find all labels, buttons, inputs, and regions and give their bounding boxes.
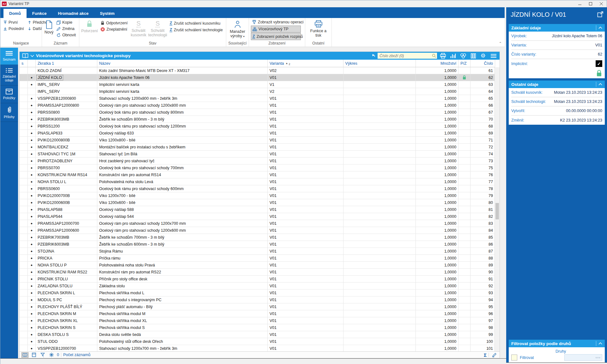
table-row[interactable]: ◆ MODUL S PC Plechový modul s integrovan… xyxy=(20,296,495,303)
production-manager-button[interactable]: Manažer výroby ▾ xyxy=(228,19,247,39)
sidebar-item-prilohy[interactable]: Přílohy xyxy=(0,103,18,122)
tab-domu[interactable]: Domů xyxy=(3,9,27,18)
settings-gear-icon[interactable] xyxy=(479,52,488,59)
tab-hromadne-akce[interactable]: Hromadné akce xyxy=(52,9,94,18)
search-input[interactable] xyxy=(378,53,437,59)
gears-icon[interactable] xyxy=(459,52,467,59)
chevron-up-icon[interactable] xyxy=(598,342,602,345)
section-header[interactable]: Ostatní údaje xyxy=(509,81,605,88)
table-row[interactable]: ◆ PLECHOVY PLÁŠŤ BÍLÝ Plechový plášť aut… xyxy=(20,303,495,310)
field-cislo-varianty[interactable]: Číslo varianty: 62 xyxy=(511,50,602,59)
cancel-tech-approval-button[interactable]: Z Zrušit schválení technologie xyxy=(168,27,224,33)
table-row[interactable]: ◆ PVIKO12000800B Víko 1200x800 - bílé V0… xyxy=(20,137,495,144)
minimize-button[interactable] xyxy=(574,0,585,7)
ribbon-collapse-chevron-icon[interactable]: ⌃ xyxy=(499,41,502,45)
sidebar-item-seznam[interactable]: Seznam xyxy=(0,48,18,65)
table-row[interactable]: ◆ PNASLAP544 Ocelový nášlap 544 V01 1,00… xyxy=(20,213,495,220)
new-button[interactable]: Nový xyxy=(44,19,54,34)
table-row[interactable]: ◆ DESKA STOLU S Deska stolu světle šedá … xyxy=(20,331,495,338)
table-row[interactable]: ◆ STAHOVACI TYC 1M Stahovací tyč 1m Bílá… xyxy=(20,151,495,158)
table-row[interactable]: ◆ PZEBRIK6003MB Žebřík ke schodům 600mm … xyxy=(20,241,495,248)
table-row[interactable]: ◆ PLECHOVA SKRIN L Plechová skříňka modu… xyxy=(20,289,495,296)
table-row[interactable]: ◆ PRAMSSJAP12000800 Ocelový rám pro stah… xyxy=(20,102,495,109)
vertical-scrollbar[interactable] xyxy=(495,67,500,352)
column-header-nazev[interactable]: Název xyxy=(97,60,268,67)
book-icon[interactable] xyxy=(22,53,28,58)
table-row[interactable]: ◆ PBRSS0800 Ocelový bok rámu pro stahova… xyxy=(20,109,495,116)
edit-pencil-icon[interactable] xyxy=(491,352,498,358)
sidebar-item-polozky[interactable]: Položky xyxy=(0,86,18,103)
functions-print-button[interactable]: Funkce a tisk xyxy=(309,19,328,38)
table-row[interactable]: ◆ PBRSS1200 Ocelový bok rámu pro stahova… xyxy=(20,123,495,130)
filter-icon[interactable] xyxy=(39,352,46,358)
section-header[interactable]: Filtrovat položky podle druhů xyxy=(509,340,605,347)
table-row[interactable]: ◆ PVIKO12000700B Víko 1200x700 - bílé V0… xyxy=(20,192,495,199)
table-row[interactable]: ◆ KONSTRUKCNI RAM RS14 Konstrukční rám p… xyxy=(20,171,495,178)
play-dropdown-icon[interactable]: ▶▾ xyxy=(373,54,376,57)
field-schvalil-kusovnik[interactable]: Schválil kusovník: Motan 23.10.2023 13:2… xyxy=(511,88,602,97)
invalidate-button[interactable]: Zneplatnění xyxy=(99,26,129,33)
table-row[interactable]: ◆ PRICNIK STOLU Příčník pro stoly office… xyxy=(20,276,495,283)
table-row[interactable]: ◆ PRAMSSJAP12000700 Ocelový rám pro stah… xyxy=(20,220,495,227)
open-external-icon[interactable] xyxy=(597,11,604,17)
field-schvalil-technologii[interactable]: Schválil technologii: Motan 23.10.2023 1… xyxy=(511,97,602,106)
close-button[interactable] xyxy=(596,0,607,7)
field-vyrobek[interactable]: Výrobek: Jízdní kolo Apache Totem 06 xyxy=(511,32,602,41)
table-row[interactable]: ◆ PNASLAP633 Ocelový nášlap 633 V01 1,00… xyxy=(20,130,495,137)
table-row[interactable]: ◆ NOHA STOLU P Polohovatelná noha stolu … xyxy=(20,262,495,269)
chevron-up-icon[interactable] xyxy=(598,27,602,29)
chart-icon[interactable] xyxy=(449,52,457,59)
sum-icon[interactable]: Σ xyxy=(484,352,487,358)
column-header-pz[interactable]: P/Z xyxy=(458,60,470,67)
box-view-icon[interactable] xyxy=(30,352,37,358)
table-row[interactable]: ◆ KOLO ZADNÍ Kolo zadní Shimano-Mavic MT… xyxy=(20,67,495,74)
first-button[interactable]: První xyxy=(2,19,25,26)
column-header-varianta[interactable]: Varianta ▲ 2 xyxy=(268,60,343,67)
implicit-checkbox[interactable]: ✓ xyxy=(596,60,602,67)
column-header-mnozstvi[interactable]: Množství xyxy=(416,60,458,67)
table-row[interactable]: ◆ VSSPPZEB12000700 Stahovací schody 1200… xyxy=(20,345,495,352)
table-row[interactable]: ◆ PZEBRIK7003MB Žebřík ke schodům 700mm … xyxy=(20,234,495,241)
table-row[interactable]: ◆ NOHA STOLU L Polohovatelná noha stolu … xyxy=(20,178,495,185)
chevron-up-icon[interactable] xyxy=(598,83,602,86)
column-header-vykres[interactable]: Výkres xyxy=(343,60,416,67)
scrollbar-thumb[interactable] xyxy=(495,203,499,219)
table-row[interactable]: ◆ PHROTZAOBLENY Hrot zaoblený pro stahov… xyxy=(20,158,495,164)
druhy-combobox[interactable]: ▾▾▾ xyxy=(564,354,602,361)
table-row[interactable]: ◆ PBRSS0600 Ocelový bok rámu pro stahova… xyxy=(20,185,495,192)
table-row[interactable]: ◆ PLECHOVA SKRIN S Plechová skříňka modu… xyxy=(20,324,495,331)
table-row[interactable]: ◆ PRICKA Príčka rámu V01 1,0000 88 xyxy=(20,255,495,262)
table-row[interactable]: ◆ IMPL_SERV Implicitní servisní karta V2… xyxy=(20,88,495,95)
table-row[interactable]: ◆ MONTBALICEKZ Montážní balíček pro inst… xyxy=(20,144,495,151)
refresh-button[interactable]: Obnovit xyxy=(55,32,77,38)
table-row[interactable]: ◆ PLECHOVA SKRIN XL Plechová skříňka mod… xyxy=(20,317,495,324)
column-header-cislo[interactable]: Číslo xyxy=(470,60,495,67)
table-row[interactable]: ◆ VSSPPZEB12000800 Stahovací schody 1200… xyxy=(20,95,495,102)
book-view-toggle-icon[interactable] xyxy=(21,352,28,358)
section-header[interactable]: Základní údaje xyxy=(509,24,605,32)
last-button[interactable]: Poslední xyxy=(2,26,25,32)
multilevel-tp-button[interactable]: Víceúrovňový TP xyxy=(251,26,301,33)
show-selected-operation-button[interactable]: Zobrazit vybranou operaci xyxy=(251,19,301,25)
unconfirm-button[interactable]: Odpotvrzení xyxy=(99,20,129,26)
field-vytvoril[interactable]: Vytvořil: 00.00.0000 00:00:00 xyxy=(511,106,602,116)
print-icon[interactable] xyxy=(439,52,447,59)
column-header-zkratka[interactable]: Zkratka 1 xyxy=(36,60,97,67)
table-row[interactable]: ◆ PZEBRIK8003MB Žebřík ke schodům 800mm … xyxy=(20,116,495,123)
field-zmenil[interactable]: Změnil: K2 23.10.2023 13:24:23 xyxy=(511,116,602,125)
menu-hamburger-icon[interactable] xyxy=(489,52,498,59)
sidebar-item-zakladni-udaje[interactable]: Základní údaje xyxy=(0,65,18,86)
table-row[interactable]: ◆ PVIKO12000600B Víko 1200x600 - bílé V0… xyxy=(20,199,495,206)
cancel-bom-approval-button[interactable]: Z Zrušit schválení kusovníku xyxy=(168,20,224,27)
table-row[interactable]: ◆ ZAKLADNA STOLU Základna stolu V01 1,00… xyxy=(20,283,495,289)
change-button[interactable]: Změna xyxy=(55,26,77,32)
table-row[interactable]: ◆ STUL ODO Polohovatelný stůl office des… xyxy=(20,338,495,345)
table-row[interactable]: ◆ JÍZDNÍ KOLO Jízdní kolo Apache Totem 0… xyxy=(20,74,495,81)
column-header-marker[interactable] xyxy=(28,60,36,67)
filter-checkbox[interactable] xyxy=(511,355,517,361)
field-varianta[interactable]: Varianta: V01 xyxy=(511,41,602,50)
table-row[interactable]: ◆ KONSTRUKCNI RAM RS22 Konstrukční rám p… xyxy=(20,269,495,276)
column-header-s[interactable]: s xyxy=(20,60,28,67)
chevron-down-icon[interactable] xyxy=(30,55,34,57)
items-breakdown-view-button[interactable]: Z Zobrazení položek rozpisů xyxy=(251,33,301,40)
